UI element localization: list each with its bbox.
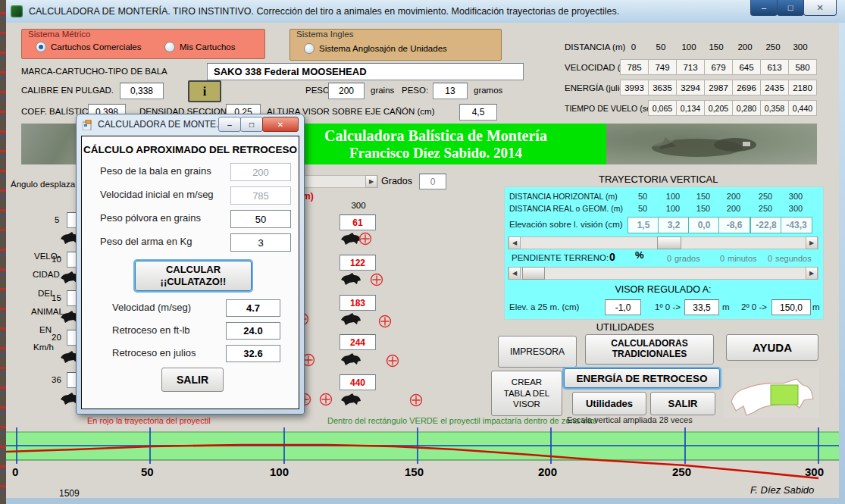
distance-value: 150	[706, 42, 727, 52]
velocity-value: 580	[788, 59, 817, 75]
recoil-energy-button[interactable]: ENERGÍA DE RETROCESO	[564, 368, 720, 388]
energy-value: 2696	[732, 80, 761, 95]
button-label: ¡¡CULATAZO!!	[161, 276, 227, 288]
velocity-value: 679	[704, 59, 733, 75]
lead-value-box: 183	[340, 295, 376, 311]
zero2-label: 2º 0 ->	[741, 302, 767, 311]
time-row-label: TIEMPO DE VUELO (seg)	[565, 104, 658, 113]
running-deer-photo	[606, 124, 817, 164]
metric-system-panel: Sistema Métrico Cartuchos Comerciales Mi…	[21, 29, 265, 59]
traditional-calculators-button[interactable]: CALCULADORAS TRADICIONALES	[585, 334, 714, 365]
chart-tick-label: 150	[405, 465, 424, 478]
maximize-icon[interactable]: □	[777, 0, 804, 16]
dialog-minimize-icon[interactable]: –	[218, 117, 241, 132]
velocity-value: 613	[760, 59, 789, 75]
scroll-right-arrow-icon[interactable]: ▶	[365, 175, 377, 188]
chart-tick-label: 200	[538, 465, 557, 478]
button-label: CREAR	[512, 377, 542, 387]
radio-sistema-anglosajon[interactable]: Sistema Anglosajón de Unidades	[304, 43, 447, 54]
horizontal-distance-value: 100	[658, 192, 688, 201]
muzzle-velocity-input[interactable]: 785	[230, 186, 291, 205]
result-label: Retroceso en ft-lb	[112, 324, 190, 336]
button-label: TABLA DEL	[504, 388, 550, 399]
angle-label: Ángulo desplaza	[11, 180, 75, 189]
distance-scrollbar[interactable]: ◀ ▶	[508, 236, 818, 249]
elevation-value-box: 3,2	[658, 217, 690, 233]
utilities-button[interactable]: Utilidades	[572, 392, 646, 415]
minimize-icon[interactable]: –	[750, 0, 778, 16]
real-distance-value: 250	[750, 204, 781, 213]
lead-value-box: 244	[340, 334, 376, 350]
field-label: Velocidad inicial en m/seg	[100, 189, 214, 200]
speed-value: 10	[52, 255, 61, 264]
chart-tick-label: 50	[141, 465, 154, 478]
horizontal-distance-value: 150	[688, 192, 718, 201]
dialog-exit-button[interactable]: SALIR	[161, 368, 224, 392]
create-scope-table-button[interactable]: CREAR TABLA DEL VISOR	[491, 371, 562, 416]
elev25-input[interactable]: -1,0	[605, 299, 641, 315]
slope-percent-value: 0	[609, 251, 615, 263]
time-value: 0,358	[760, 100, 789, 116]
help-button[interactable]: AYUDA	[726, 334, 818, 361]
english-system-panel: Sistema Ingles Sistema Anglosajón de Uni…	[289, 29, 502, 61]
scroll-right-arrow-icon[interactable]: ▶	[806, 236, 818, 249]
energy-value: 2435	[760, 80, 789, 95]
degrees-input[interactable]: 0	[419, 174, 446, 189]
slope-label: PENDIENTE TERRENO:	[512, 253, 609, 262]
vital-zone-note: Dentro del rectángulo VERDE el proyectil…	[327, 416, 596, 425]
exit-button[interactable]: SALIR	[650, 392, 715, 415]
red-trajectory-note: En rojo la trayectoria del proyectil	[87, 416, 211, 425]
radio-icon[interactable]	[36, 42, 46, 52]
bullet-weight-input[interactable]: 200	[230, 163, 291, 181]
dialog-close-icon[interactable]: ✕	[262, 117, 299, 132]
calibre-input[interactable]: 0,338	[120, 83, 164, 99]
boar-silhouette	[724, 368, 819, 418]
horizontal-distance-value: 300	[781, 192, 811, 201]
radio-label: Mis Cartuchos	[180, 42, 236, 52]
weight-grams-input[interactable]: 13	[433, 83, 468, 99]
info-button[interactable]: i	[188, 80, 221, 102]
button-label: VISOR	[513, 399, 540, 409]
scroll-left-arrow-icon[interactable]: ◀	[509, 236, 521, 249]
scope-setting-title: VISOR REGULADO A:	[504, 284, 822, 295]
time-value: 0,440	[788, 100, 817, 116]
brand-input[interactable]: SAKO 338 Federal MOOSEHEAD	[207, 63, 524, 80]
slope-scrollbar[interactable]: ◀ ▶	[508, 267, 818, 280]
sight-height-input[interactable]: 4,5	[459, 104, 497, 121]
weight-grains-input[interactable]: 200	[328, 83, 365, 99]
title-bar[interactable]: CALCULADORA DE MONTERÍA. TIRO INSTINTIVO…	[6, 0, 845, 23]
powder-weight-input[interactable]: 50	[230, 210, 291, 228]
radio-icon[interactable]	[304, 43, 315, 54]
target-icon	[409, 393, 423, 407]
boar-icon	[340, 272, 362, 286]
radio-cartuchos-comerciales[interactable]: Cartuchos Comerciales	[36, 42, 142, 52]
zero2-input[interactable]: 150,0	[771, 299, 811, 315]
recoil-dialog[interactable]: CALCULADORA DE MONTE... – □ ✕ CÁLCULO AP…	[76, 114, 305, 415]
result-label: Velocidad (m/seg)	[112, 302, 191, 313]
elevation-label: Elevación sobre l. visión (cm)	[509, 220, 623, 229]
horizontal-distance-value: 250	[750, 192, 781, 201]
printer-button[interactable]: IMPRESORA	[498, 336, 577, 368]
brand-label: MARCA-CARTUCHO-TIPO DE BALA	[21, 67, 167, 76]
scroll-right-arrow-icon[interactable]: ▶	[806, 267, 818, 280]
banner-line1: Calculadora Balística de Montería	[324, 127, 547, 145]
scrollbar-thumb[interactable]	[522, 267, 545, 280]
velocity-value: 713	[676, 59, 705, 75]
close-icon[interactable]: ✕	[803, 0, 837, 16]
scrollbar-thumb[interactable]	[657, 236, 681, 249]
boar-icon	[340, 312, 362, 326]
dialog-maximize-icon[interactable]: □	[240, 117, 263, 132]
radio-icon[interactable]	[164, 42, 175, 52]
real-distance-value: 50	[627, 204, 658, 213]
calculate-recoil-button[interactable]: CALCULAR ¡¡CULATAZO!!	[135, 261, 252, 291]
window-title: CALCULADORA DE MONTERÍA. TIRO INSTINTIVO…	[29, 6, 619, 17]
radio-mis-cartuchos[interactable]: Mis Cartuchos	[164, 42, 236, 52]
field-label: Peso pólvora en grains	[100, 212, 201, 224]
scroll-left-arrow-icon[interactable]: ◀	[509, 267, 521, 280]
chart-tick-label: 100	[270, 465, 289, 478]
distance-row-label: DISTANCIA (m)	[565, 42, 625, 52]
field-label: Peso de la bala en grains	[100, 165, 211, 177]
zero1-input[interactable]: 33,5	[684, 299, 719, 315]
rifle-weight-input[interactable]: 3	[230, 233, 291, 252]
real-distance-label: DISTANCIA REAL o GEOM. (m)	[509, 204, 623, 213]
